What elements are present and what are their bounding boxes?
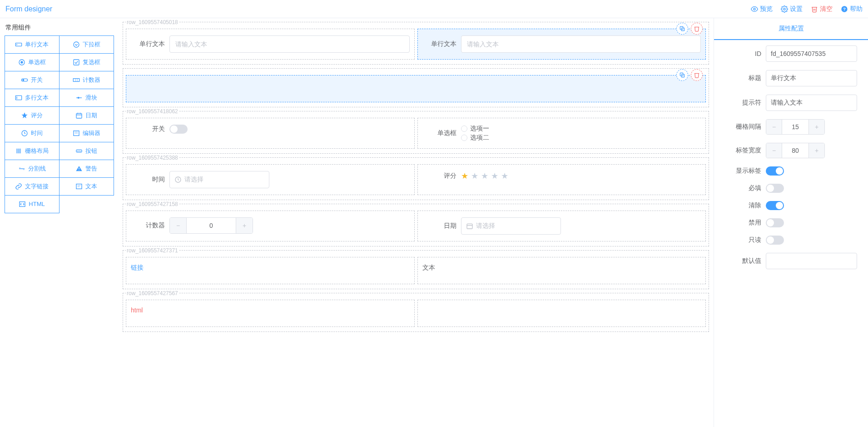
star-icon[interactable]: ★ bbox=[501, 171, 508, 181]
prop-default-input[interactable] bbox=[766, 253, 857, 269]
canvas-cell[interactable] bbox=[126, 75, 706, 102]
prop-gutter-stepper[interactable]: −15+ bbox=[766, 119, 825, 135]
component-html[interactable]: HTML bbox=[5, 195, 60, 213]
canvas-row[interactable]: row_1609557427567html bbox=[123, 293, 709, 332]
clear-button[interactable]: 清空 bbox=[811, 5, 833, 13]
canvas-cell[interactable]: html bbox=[126, 300, 415, 327]
canvas-cell[interactable]: 开关 bbox=[126, 118, 415, 149]
switch-toggle[interactable] bbox=[169, 125, 188, 134]
prop-readonly-switch[interactable] bbox=[766, 236, 784, 245]
canvas-cell[interactable]: 链接 bbox=[126, 257, 415, 284]
switch-icon bbox=[21, 76, 28, 84]
canvas-cell[interactable] bbox=[417, 300, 706, 327]
canvas-row[interactable]: row_1609557405018单行文本单行文本 bbox=[123, 22, 709, 65]
component-date[interactable]: 日期 bbox=[59, 106, 114, 125]
canvas-row[interactable]: row_1609557425388时间请选择评分★★★★★ bbox=[123, 157, 709, 200]
rate-widget[interactable]: ★★★★★ bbox=[461, 171, 508, 181]
component-rate[interactable]: 评分 bbox=[5, 106, 60, 125]
star-icon[interactable]: ★ bbox=[481, 171, 488, 181]
component-divider[interactable]: 分割线 bbox=[5, 160, 60, 178]
copy-button[interactable] bbox=[676, 23, 688, 35]
app-title: Form designer bbox=[5, 5, 52, 13]
checkbox-icon bbox=[73, 59, 80, 66]
component-button[interactable]: BTN按钮 bbox=[59, 142, 114, 160]
component-textarea[interactable]: 多行文本 bbox=[5, 89, 60, 107]
canvas-cell[interactable]: 计数器−0+ bbox=[126, 211, 415, 241]
clock-icon bbox=[174, 176, 182, 183]
component-alert[interactable]: 警告 bbox=[59, 160, 114, 178]
plus-icon[interactable]: + bbox=[236, 218, 253, 233]
delete-button[interactable] bbox=[691, 69, 703, 81]
component-select[interactable]: 下拉框 bbox=[59, 35, 114, 54]
field-label: 单行文本 bbox=[422, 40, 456, 48]
row-id-label: row_1609557405018 bbox=[126, 19, 179, 25]
component-counter[interactable]: 计数器 bbox=[59, 71, 114, 89]
canvas-cell[interactable]: 日期请选择 bbox=[417, 211, 706, 241]
minus-icon[interactable]: − bbox=[766, 143, 782, 158]
svg-rect-9 bbox=[74, 60, 79, 65]
prop-clearable-switch[interactable] bbox=[766, 201, 784, 210]
prop-title-input[interactable] bbox=[766, 70, 857, 86]
date-icon bbox=[75, 112, 83, 119]
prop-id-input[interactable] bbox=[766, 45, 857, 62]
plus-icon[interactable]: + bbox=[809, 120, 824, 134]
svg-point-6 bbox=[74, 42, 79, 47]
prop-disabled-switch[interactable] bbox=[766, 218, 784, 227]
star-icon[interactable]: ★ bbox=[461, 171, 468, 181]
canvas-cell[interactable]: 单行文本 bbox=[417, 29, 706, 60]
prop-showlabel-switch[interactable] bbox=[766, 166, 784, 176]
canvas-row[interactable] bbox=[123, 68, 709, 107]
row-id-label: row_1609557427158 bbox=[126, 201, 179, 207]
select-icon bbox=[73, 41, 80, 48]
minus-icon[interactable]: − bbox=[170, 218, 186, 233]
svg-point-0 bbox=[754, 8, 755, 10]
prop-placeholder-input[interactable] bbox=[766, 95, 857, 111]
text-icon bbox=[75, 183, 83, 190]
canvas-row[interactable]: row_1609557427158计数器−0+日期请选择 bbox=[123, 204, 709, 246]
star-icon[interactable]: ★ bbox=[491, 171, 498, 181]
canvas-cell[interactable]: 文本 bbox=[417, 257, 706, 284]
component-text[interactable]: 文本 bbox=[59, 177, 114, 196]
star-icon[interactable]: ★ bbox=[471, 171, 478, 181]
component-time[interactable]: 时间 bbox=[5, 124, 60, 142]
counter-stepper[interactable]: −0+ bbox=[169, 217, 253, 234]
settings-button[interactable]: 设置 bbox=[781, 5, 803, 13]
design-canvas[interactable]: row_1609557405018单行文本单行文本row_16095574180… bbox=[118, 18, 714, 427]
canvas-cell[interactable]: 单行文本 bbox=[126, 29, 415, 60]
prop-placeholder-label: 提示符 bbox=[725, 99, 761, 107]
text-input[interactable] bbox=[169, 35, 410, 53]
canvas-row[interactable]: row_1609557427371链接文本 bbox=[123, 250, 709, 289]
delete-button[interactable] bbox=[691, 23, 703, 35]
copy-button[interactable] bbox=[676, 69, 688, 81]
canvas-cell[interactable]: 单选框选项一选项二 bbox=[417, 118, 706, 149]
prop-labelwidth-label: 标签宽度 bbox=[725, 146, 761, 155]
component-switch[interactable]: 开关 bbox=[5, 71, 60, 89]
component-radio[interactable]: 单选框 bbox=[5, 53, 60, 71]
canvas-row[interactable]: row_1609557418062开关单选框选项一选项二 bbox=[123, 111, 709, 154]
date-picker[interactable]: 请选择 bbox=[461, 217, 561, 235]
prop-required-switch[interactable] bbox=[766, 184, 784, 193]
text-input[interactable] bbox=[461, 35, 701, 53]
tab-properties[interactable]: 属性配置 bbox=[714, 18, 868, 40]
component-grid[interactable]: 栅格布局 bbox=[5, 142, 60, 160]
radio-option[interactable]: 选项二 bbox=[461, 134, 489, 142]
component-checkbox[interactable]: 复选框 bbox=[59, 53, 114, 71]
plus-icon[interactable]: + bbox=[809, 143, 824, 158]
help-button[interactable]: ? 帮助 bbox=[841, 5, 863, 13]
component-input[interactable]: 单行文本 bbox=[5, 35, 60, 54]
canvas-cell[interactable]: 时间请选择 bbox=[126, 164, 415, 195]
preview-button[interactable]: 预览 bbox=[751, 5, 773, 13]
time-picker[interactable]: 请选择 bbox=[169, 171, 269, 188]
trash-icon bbox=[694, 72, 700, 78]
canvas-cell[interactable]: 评分★★★★★ bbox=[417, 164, 706, 195]
component-link[interactable]: 文字链接 bbox=[5, 177, 60, 196]
prop-id-label: ID bbox=[725, 50, 761, 57]
minus-icon[interactable]: − bbox=[766, 120, 782, 134]
row-id-label: row_1609557425388 bbox=[126, 155, 179, 161]
prop-labelwidth-stepper[interactable]: −80+ bbox=[766, 143, 825, 158]
component-editor[interactable]: 编辑器 bbox=[59, 124, 114, 142]
calendar-icon bbox=[466, 222, 473, 230]
component-slider[interactable]: 滑块 bbox=[59, 89, 114, 107]
radio-option[interactable]: 选项一 bbox=[461, 125, 489, 133]
link-text[interactable]: 链接 bbox=[131, 264, 144, 271]
